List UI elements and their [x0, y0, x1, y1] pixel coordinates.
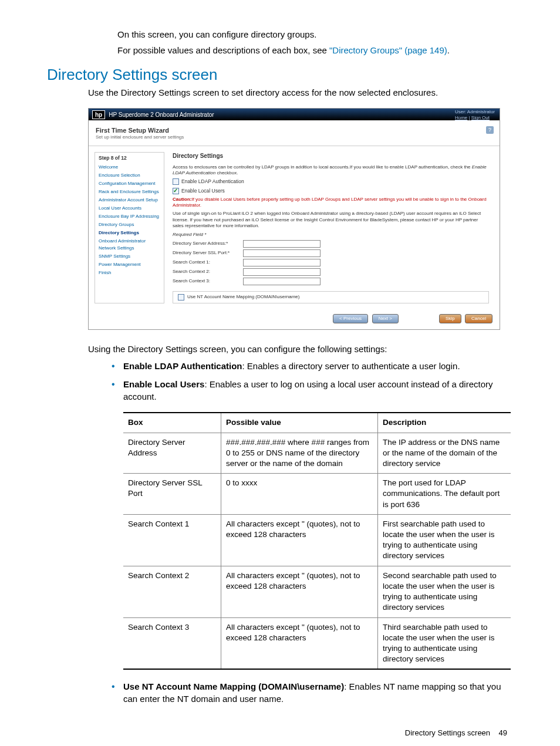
oa-header: hp HP Superdome 2 Onboard Administrator … [89, 109, 500, 120]
oa-main: Directory Settings Access to enclosures … [164, 152, 494, 303]
intro-link[interactable]: "Directory Groups" (page 149) [329, 45, 447, 55]
row-search-context-3: Search Context 3: [173, 278, 489, 285]
intro-line1: On this screen, you can configure direct… [117, 29, 513, 39]
sidebar-item-finish[interactable]: Finish [99, 269, 160, 276]
enable-local-users-label: Enable Local Users [181, 188, 225, 194]
panel-heading: Directory Settings [173, 152, 489, 160]
input-search-context-3[interactable] [243, 278, 321, 285]
checkbox-icon[interactable] [178, 294, 184, 301]
enable-ldap-label: Enable LDAP Authentication [181, 178, 244, 185]
table-row: Directory Server Address ###.###.###.###… [123, 433, 511, 474]
sidebar-item-enclosure-selection[interactable]: Enclosure Selection [99, 172, 160, 179]
intro-line2: For possible values and descriptions of … [117, 45, 513, 55]
sidebar-item-welcome[interactable]: Welcome [99, 164, 160, 171]
hp-logo-icon: hp [92, 110, 105, 119]
label-search-context-2: Search Context 2: [173, 269, 243, 275]
enable-local-users-checkbox-row[interactable]: Enable Local Users [173, 188, 489, 194]
sidebar-item-admin-account[interactable]: Administrator Account Setup [99, 197, 160, 204]
settings-table: Box Possible value Description Directory… [123, 412, 511, 670]
checkbox-icon[interactable] [173, 178, 179, 185]
oa-header-title: HP Superdome 2 Onboard Administrator [109, 111, 214, 119]
skip-button[interactable]: Skip [439, 314, 461, 323]
sidebar-item-config-mgmt[interactable]: Configuration Management [99, 180, 160, 187]
step-label: Step 8 of 12 [99, 155, 160, 161]
page-number: 49 [499, 728, 507, 737]
bullet-enable-ldap: Enable LDAP Authentication: Enables a di… [100, 360, 513, 372]
settings-list-top: Enable LDAP Authentication: Enables a di… [100, 360, 513, 403]
section-title: Directory Settings screen [47, 66, 513, 84]
wizard-subtitle: Set up initial enclosure and server sett… [96, 134, 492, 140]
settings-list-bottom: Use NT Account Name Mapping (DOMAIN\user… [100, 680, 513, 705]
table-row: Search Context 2 All characters except "… [123, 566, 511, 617]
th-box: Box [123, 413, 221, 433]
table-row: Directory Server SSL Port 0 to xxxx The … [123, 474, 511, 515]
sidebar-item-bay-ip[interactable]: Enclosure Bay IP Addressing [99, 213, 160, 220]
wizard-title: First Time Setup Wizard [96, 126, 492, 134]
footer-label: Directory Settings screen [405, 728, 490, 737]
checkbox-checked-icon[interactable] [173, 188, 179, 194]
row-dir-server-ssl-port: Directory Server SSL Port:* [173, 249, 489, 257]
sidebar-item-local-users[interactable]: Local User Accounts [99, 205, 160, 212]
nt-mapping-label: Use NT Account Name Mapping (DOMAIN\user… [187, 294, 299, 300]
section-subtitle: Use the Directory Settings screen to set… [88, 87, 513, 97]
button-bar: < Previous Next > Skip Cancel [89, 309, 500, 329]
bullet-nt-mapping: Use NT Account Name Mapping (DOMAIN\user… [100, 680, 513, 705]
page-footer: Directory Settings screen 49 [47, 728, 507, 737]
row-dir-server-address: Directory Server Address:* [173, 240, 489, 248]
post-screenshot-intro: Using the Directory Settings screen, you… [88, 344, 513, 354]
th-possible-value: Possible value [221, 413, 378, 433]
input-dir-server-ssl-port[interactable] [243, 249, 321, 257]
table-header-row: Box Possible value Description [123, 413, 511, 433]
row-search-context-2: Search Context 2: [173, 268, 489, 276]
user-label: User: Administrator [455, 109, 495, 115]
wizard-sidebar: Step 8 of 12 Welcome Enclosure Selection… [95, 152, 164, 303]
cancel-button[interactable]: Cancel [465, 314, 492, 323]
caution-text: Caution:If you disable Local Users befor… [173, 197, 489, 209]
table-row: Search Context 3 All characters except "… [123, 617, 511, 669]
sidebar-item-directory-groups[interactable]: Directory Groups [99, 221, 160, 228]
input-dir-server-address[interactable] [243, 240, 321, 248]
wizard-bar: First Time Setup Wizard Set up initial e… [89, 120, 500, 146]
panel-intro: Access to enclosures can be controlled b… [173, 164, 489, 177]
nt-mapping-row[interactable]: Use NT Account Name Mapping (DOMAIN\user… [173, 291, 489, 303]
sidebar-item-directory-settings[interactable]: Directory Settings [99, 229, 160, 237]
required-field-note: Required Field * [173, 232, 489, 238]
enable-ldap-checkbox-row[interactable]: Enable LDAP Authentication [173, 178, 489, 185]
sidebar-item-oa-network[interactable]: Onboard Administrator Network Settings [99, 238, 160, 252]
table-row: Search Context 1 All characters except "… [123, 514, 511, 566]
sso-note: Use of single sign-on to ProLiant iLO 2 … [173, 211, 489, 229]
intro-line2-b: . [447, 45, 450, 55]
label-dir-server-ssl-port: Directory Server SSL Port:* [173, 250, 243, 256]
previous-button[interactable]: < Previous [333, 314, 368, 323]
next-button[interactable]: Next > [372, 314, 399, 323]
sidebar-item-power[interactable]: Power Management [99, 261, 160, 268]
input-search-context-2[interactable] [243, 268, 321, 276]
th-description: Description [378, 413, 511, 433]
sidebar-item-snmp[interactable]: SNMP Settings [99, 253, 160, 260]
sidebar-item-rack-enclosure[interactable]: Rack and Enclosure Settings [99, 188, 160, 195]
row-search-context-1: Search Context 1: [173, 259, 489, 266]
intro-line2-a: For possible values and descriptions of … [117, 45, 329, 55]
label-search-context-3: Search Context 3: [173, 278, 243, 284]
label-dir-server-address: Directory Server Address:* [173, 241, 243, 247]
oa-screenshot: hp HP Superdome 2 Onboard Administrator … [88, 108, 500, 330]
label-search-context-1: Search Context 1: [173, 259, 243, 265]
bullet-enable-local-users: Enable Local Users: Enables a user to lo… [100, 378, 513, 403]
input-search-context-1[interactable] [243, 259, 321, 266]
help-icon[interactable]: ? [486, 126, 494, 134]
oa-userinfo: User: Administrator Home | Sign Out [455, 109, 495, 121]
